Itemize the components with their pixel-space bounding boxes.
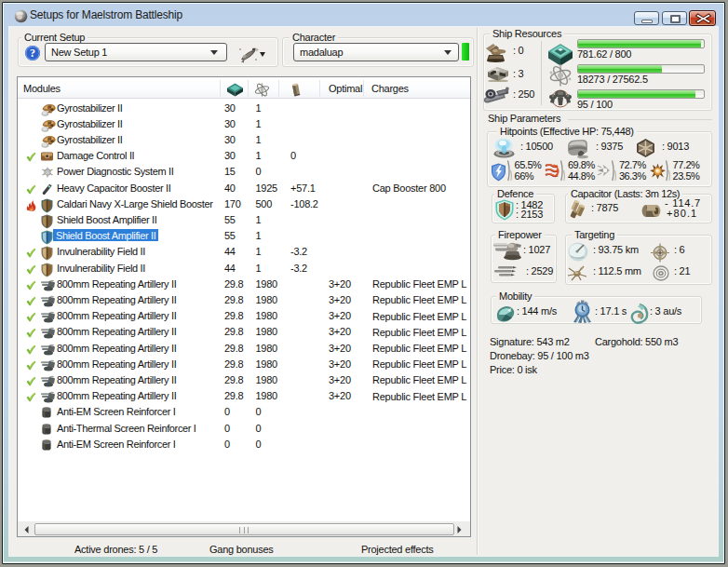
svg-text:?: ? xyxy=(30,47,35,60)
